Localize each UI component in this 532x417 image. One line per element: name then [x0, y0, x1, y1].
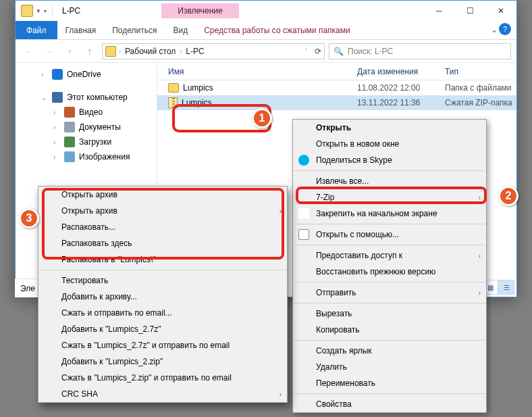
menu-send-to[interactable]: Отправить› [293, 285, 486, 301]
sidebar-item-onedrive[interactable]: › OneDrive [16, 67, 157, 82]
submenu-arrow-icon: › [479, 252, 481, 260]
expand-icon[interactable]: › [53, 124, 60, 131]
quick-access-dropdown-icon[interactable]: ▼ [36, 8, 41, 14]
expand-icon[interactable]: › [53, 139, 60, 146]
file-date: 11.08.2022 12:00 [346, 83, 434, 93]
menu-extract-all[interactable]: Извлечь все... [293, 173, 486, 189]
chevron-down-icon[interactable]: ⌄ [491, 25, 498, 34]
sidebar-item-documents[interactable]: › Документы [16, 120, 157, 134]
help-icon[interactable]: ? [499, 23, 511, 35]
expand-icon[interactable]: › [41, 71, 48, 78]
column-header-date[interactable]: Дата изменения [346, 67, 434, 76]
sidebar-item-images[interactable]: › Изображения [16, 149, 157, 164]
address-bar-row: ← → ▾ ↑ › Рабочий стол › L-PC ˅ ⟳ 🔍 Поис… [16, 40, 516, 63]
menu-open-with[interactable]: Открыть с помощью... [293, 226, 486, 243]
window-title: L-PC [62, 6, 80, 16]
file-date: 13.11.2022 11:36 [346, 98, 434, 107]
minimize-button[interactable]: ─ [423, 1, 454, 21]
view-tab[interactable]: Вид [165, 21, 196, 39]
sidebar-item-downloads[interactable]: › Загрузки [16, 134, 157, 149]
menu-pin-start[interactable]: Закрепить на начальном экране [293, 205, 486, 222]
sidebar-label: Этот компьютер [67, 93, 128, 102]
open-with-icon [298, 229, 309, 240]
file-name: Lumpics [183, 83, 213, 93]
sidebar-label: Видео [79, 107, 103, 117]
menu-separator [294, 282, 485, 283]
menu-7zip-add-7z[interactable]: Добавить к "Lumpics_2.7z" [38, 321, 287, 337]
menu-7zip-unpack-here[interactable]: Распаковать здесь [38, 235, 287, 251]
documents-icon [64, 122, 75, 132]
file-tab[interactable]: Файл [16, 21, 57, 39]
file-row-folder[interactable]: Lumpics 11.08.2022 12:00 Папка с файлами [157, 80, 516, 95]
menu-properties[interactable]: Свойства [293, 396, 486, 412]
badge-2: 2 [498, 186, 518, 206]
folder-icon [168, 83, 179, 93]
menu-7zip-add-to-archive[interactable]: Добавить к архиву... [38, 289, 287, 305]
menu-7zip-compress-7z-email[interactable]: Сжать в "Lumpics_2.7z" и отправить по em… [38, 337, 287, 353]
menu-7zip-compress-zip-email[interactable]: Сжать в "Lumpics_2.zip" и отправить по e… [38, 370, 287, 386]
menu-7zip-compress-email[interactable]: Сжать и отправить по email... [38, 305, 287, 321]
menu-7zip-open-archive-sub[interactable]: Открыть архив› [38, 203, 287, 219]
expand-icon[interactable]: › [53, 109, 60, 116]
nav-recent-dropdown[interactable]: ▾ [61, 43, 78, 59]
menu-rename[interactable]: Переименовать [293, 375, 486, 391]
address-box[interactable]: › Рабочий стол › L-PC ˅ ⟳ [102, 43, 325, 59]
menu-separator [294, 224, 485, 224]
menu-7zip-unpack-to[interactable]: Распаковать в "Lumpics\" [38, 251, 287, 268]
menu-restore-version[interactable]: Восстановить прежнюю версию [293, 264, 486, 280]
nav-forward-button[interactable]: → [41, 43, 57, 59]
menu-7zip-crc-sha[interactable]: CRC SHA› [38, 386, 287, 402]
chevron-right-icon[interactable]: › [119, 48, 121, 55]
menu-cut[interactable]: Вырезать [293, 305, 486, 322]
share-tab[interactable]: Поделиться [104, 21, 165, 39]
expand-icon[interactable]: › [53, 153, 60, 161]
menu-create-shortcut[interactable]: Создать ярлык [293, 343, 486, 359]
menu-grant-access[interactable]: Предоставить доступ к› [293, 247, 486, 264]
address-dropdown-icon[interactable]: ˅ [304, 48, 308, 55]
menu-share-skype[interactable]: Поделиться в Skype [293, 152, 486, 168]
context-menu-main: Открыть Открыть в новом окне Поделиться … [292, 119, 487, 413]
menu-7zip-add-zip[interactable]: Добавить к "Lumpics_2.zip" [38, 353, 287, 370]
search-icon: 🔍 [334, 47, 344, 56]
sidebar-label: Документы [79, 122, 121, 132]
breadcrumb-desktop[interactable]: Рабочий стол [124, 47, 177, 56]
location-folder-icon [105, 46, 116, 57]
quick-access-dropdown-icon[interactable]: ▾ [44, 8, 47, 14]
menu-separator [294, 393, 485, 394]
home-tab[interactable]: Главная [57, 21, 105, 39]
column-header-name[interactable]: Имя [157, 67, 346, 76]
submenu-arrow-icon: › [280, 207, 282, 215]
nav-up-button[interactable]: ↑ [82, 43, 98, 59]
search-box[interactable]: 🔍 Поиск: L-PC [329, 43, 511, 59]
file-row-zip-selected[interactable]: Lumpics 13.11.2022 11:36 Сжатая ZIP-папк… [157, 95, 516, 110]
extract-context-tab[interactable]: Извлечение [161, 3, 238, 18]
menu-copy[interactable]: Копировать [293, 322, 486, 338]
menu-delete[interactable]: Удалить [293, 359, 486, 375]
collapse-icon[interactable]: ⌄ [41, 94, 48, 101]
sidebar-label: Изображения [79, 152, 130, 162]
separator [52, 5, 53, 17]
compressed-folder-tools-tab[interactable]: Средства работы со сжатыми папками [196, 21, 358, 39]
menu-7zip-unpack[interactable]: Распаковать... [38, 219, 287, 235]
view-details-button[interactable]: ☰ [498, 280, 514, 295]
breadcrumb-current[interactable]: L-PC [184, 47, 205, 56]
menu-7zip[interactable]: 7-Zip› [293, 189, 486, 205]
badge-1: 1 [252, 108, 272, 128]
menu-open-new-window[interactable]: Открыть в новом окне [293, 136, 486, 152]
sidebar-item-video[interactable]: › Видео [16, 105, 157, 120]
nav-back-button[interactable]: ← [21, 43, 37, 59]
menu-open[interactable]: Открыть [293, 120, 486, 136]
sidebar-item-thispc[interactable]: ⌄ Этот компьютер [16, 90, 157, 105]
title-bar: ▼ ▾ L-PC Извлечение ─ ☐ ✕ [16, 1, 516, 21]
chevron-right-icon[interactable]: › [180, 48, 182, 55]
zip-archive-icon [168, 97, 178, 108]
close-button[interactable]: ✕ [485, 1, 516, 21]
view-mode-buttons: ▦ ☰ [482, 280, 514, 295]
refresh-button[interactable]: ⟳ [315, 47, 321, 56]
menu-7zip-open-archive[interactable]: Открыть архив [38, 187, 287, 203]
video-icon [64, 107, 75, 118]
menu-7zip-test[interactable]: Тестировать [38, 272, 287, 289]
maximize-button[interactable]: ☐ [454, 1, 485, 21]
column-header-type[interactable]: Тип [434, 67, 516, 76]
search-placeholder: Поиск: L-PC [348, 47, 393, 56]
